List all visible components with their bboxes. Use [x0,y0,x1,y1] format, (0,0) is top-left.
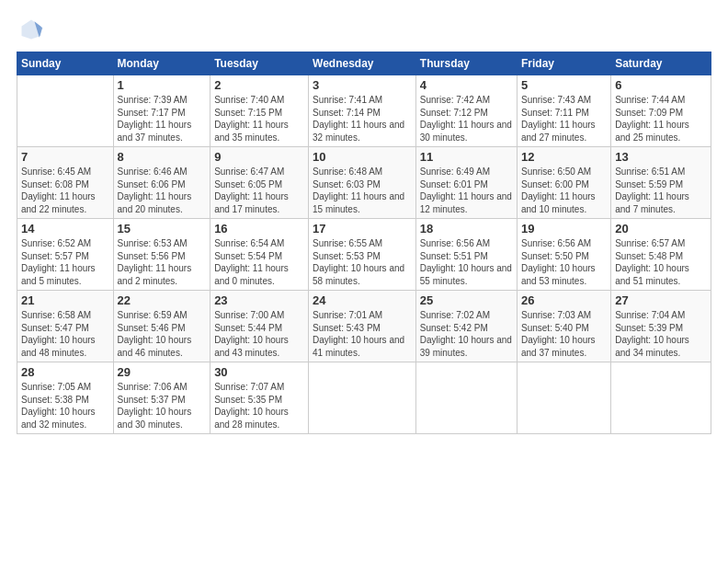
day-number: 18 [420,222,513,236]
header [17,17,711,46]
day-number: 26 [521,293,607,307]
calendar-cell: 26Sunrise: 7:03 AMSunset: 5:40 PMDayligh… [518,291,611,362]
calendar-cell: 27Sunrise: 7:04 AMSunset: 5:39 PMDayligh… [611,291,711,362]
calendar-cell: 15Sunrise: 6:53 AMSunset: 5:56 PMDayligh… [113,219,210,291]
calendar-cell: 24Sunrise: 7:01 AMSunset: 5:43 PMDayligh… [309,291,416,362]
day-number: 1 [118,78,207,92]
day-number: 24 [313,293,412,307]
calendar-week-row: 7Sunrise: 6:45 AMSunset: 6:08 PMDaylight… [17,147,711,219]
day-number: 20 [615,222,707,236]
calendar-cell: 7Sunrise: 6:45 AMSunset: 6:08 PMDaylight… [17,147,114,219]
day-info: Sunrise: 6:56 AMSunset: 5:50 PMDaylight:… [521,237,607,287]
day-number: 7 [21,150,109,164]
day-info: Sunrise: 7:02 AMSunset: 5:42 PMDaylight:… [420,309,513,359]
calendar-cell: 9Sunrise: 6:47 AMSunset: 6:05 PMDaylight… [210,147,309,219]
day-info: Sunrise: 7:06 AMSunset: 5:37 PMDaylight:… [118,381,207,431]
calendar-cell: 14Sunrise: 6:52 AMSunset: 5:57 PMDayligh… [17,219,114,291]
day-info: Sunrise: 6:48 AMSunset: 6:03 PMDaylight:… [313,166,412,215]
day-info: Sunrise: 7:05 AMSunset: 5:38 PMDaylight:… [21,381,109,431]
day-number: 25 [420,293,513,307]
calendar-table: SundayMondayTuesdayWednesdayThursdayFrid… [17,52,711,434]
day-number: 6 [615,78,707,92]
day-info: Sunrise: 7:03 AMSunset: 5:40 PMDaylight:… [521,309,607,359]
calendar-cell: 18Sunrise: 6:56 AMSunset: 5:51 PMDayligh… [415,219,517,291]
day-info: Sunrise: 6:54 AMSunset: 5:54 PMDaylight:… [214,237,304,287]
day-number: 11 [420,150,513,164]
day-info: Sunrise: 6:46 AMSunset: 6:06 PMDaylight:… [118,166,207,215]
day-number: 21 [21,293,109,307]
calendar-cell: 3Sunrise: 7:41 AMSunset: 7:14 PMDaylight… [309,75,416,147]
day-info: Sunrise: 7:01 AMSunset: 5:43 PMDaylight:… [313,309,412,359]
column-header-monday: Monday [113,52,210,75]
day-info: Sunrise: 6:59 AMSunset: 5:46 PMDaylight:… [118,309,207,359]
day-info: Sunrise: 7:43 AMSunset: 7:11 PMDaylight:… [521,94,607,144]
day-info: Sunrise: 7:44 AMSunset: 7:09 PMDaylight:… [615,94,707,144]
calendar-cell: 16Sunrise: 6:54 AMSunset: 5:54 PMDayligh… [210,219,309,291]
day-info: Sunrise: 7:00 AMSunset: 5:44 PMDaylight:… [214,309,304,359]
calendar-cell: 25Sunrise: 7:02 AMSunset: 5:42 PMDayligh… [415,291,517,362]
day-number: 14 [21,222,109,236]
column-header-friday: Friday [518,52,611,75]
calendar-cell: 8Sunrise: 6:46 AMSunset: 6:06 PMDaylight… [113,147,210,219]
calendar-cell: 4Sunrise: 7:42 AMSunset: 7:12 PMDaylight… [415,75,517,147]
day-number: 15 [118,222,207,236]
day-info: Sunrise: 6:45 AMSunset: 6:08 PMDaylight:… [21,166,109,215]
column-header-saturday: Saturday [611,52,711,75]
day-number: 28 [21,365,109,379]
day-info: Sunrise: 6:47 AMSunset: 6:05 PMDaylight:… [214,166,304,215]
day-info: Sunrise: 6:56 AMSunset: 5:51 PMDaylight:… [420,237,513,287]
day-number: 3 [313,78,412,92]
day-number: 5 [521,78,607,92]
day-info: Sunrise: 6:57 AMSunset: 5:48 PMDaylight:… [615,237,707,287]
day-number: 8 [118,150,207,164]
calendar-week-row: 28Sunrise: 7:05 AMSunset: 5:38 PMDayligh… [17,362,711,434]
calendar-cell: 23Sunrise: 7:00 AMSunset: 5:44 PMDayligh… [210,291,309,362]
calendar-cell: 11Sunrise: 6:49 AMSunset: 6:01 PMDayligh… [415,147,517,219]
day-info: Sunrise: 7:04 AMSunset: 5:39 PMDaylight:… [615,309,707,359]
day-number: 19 [521,222,607,236]
day-number: 4 [420,78,513,92]
calendar-cell: 30Sunrise: 7:07 AMSunset: 5:35 PMDayligh… [210,362,309,434]
calendar-cell: 28Sunrise: 7:05 AMSunset: 5:38 PMDayligh… [17,362,114,434]
day-info: Sunrise: 7:07 AMSunset: 5:35 PMDaylight:… [214,381,304,431]
day-number: 17 [313,222,412,236]
day-number: 22 [118,293,207,307]
day-number: 30 [214,365,304,379]
calendar-week-row: 21Sunrise: 6:58 AMSunset: 5:47 PMDayligh… [17,291,711,362]
day-info: Sunrise: 7:39 AMSunset: 7:17 PMDaylight:… [118,94,207,144]
calendar-cell: 13Sunrise: 6:51 AMSunset: 5:59 PMDayligh… [611,147,711,219]
day-info: Sunrise: 7:42 AMSunset: 7:12 PMDaylight:… [420,94,513,144]
calendar-header-row: SundayMondayTuesdayWednesdayThursdayFrid… [17,52,711,75]
day-number: 12 [521,150,607,164]
day-info: Sunrise: 6:51 AMSunset: 5:59 PMDaylight:… [615,166,707,215]
calendar-cell: 19Sunrise: 6:56 AMSunset: 5:50 PMDayligh… [518,219,611,291]
calendar-week-row: 14Sunrise: 6:52 AMSunset: 5:57 PMDayligh… [17,219,711,291]
calendar-cell: 10Sunrise: 6:48 AMSunset: 6:03 PMDayligh… [309,147,416,219]
calendar-cell: 5Sunrise: 7:43 AMSunset: 7:11 PMDaylight… [518,75,611,147]
day-info: Sunrise: 6:58 AMSunset: 5:47 PMDaylight:… [21,309,109,359]
calendar-cell: 29Sunrise: 7:06 AMSunset: 5:37 PMDayligh… [113,362,210,434]
calendar-cell [415,362,517,434]
day-info: Sunrise: 6:55 AMSunset: 5:53 PMDaylight:… [313,237,412,287]
day-number: 10 [313,150,412,164]
day-info: Sunrise: 6:53 AMSunset: 5:56 PMDaylight:… [118,237,207,287]
day-number: 27 [615,293,707,307]
column-header-tuesday: Tuesday [210,52,309,75]
column-header-wednesday: Wednesday [309,52,416,75]
day-number: 9 [214,150,304,164]
calendar-cell: 22Sunrise: 6:59 AMSunset: 5:46 PMDayligh… [113,291,210,362]
day-number: 13 [615,150,707,164]
calendar-cell [611,362,711,434]
calendar-cell [518,362,611,434]
column-header-sunday: Sunday [17,52,114,75]
calendar-week-row: 1Sunrise: 7:39 AMSunset: 7:17 PMDaylight… [17,75,711,147]
column-header-thursday: Thursday [415,52,517,75]
logo [17,17,44,46]
day-number: 2 [214,78,304,92]
day-info: Sunrise: 6:52 AMSunset: 5:57 PMDaylight:… [21,237,109,287]
calendar-cell: 1Sunrise: 7:39 AMSunset: 7:17 PMDaylight… [113,75,210,147]
day-info: Sunrise: 6:49 AMSunset: 6:01 PMDaylight:… [420,166,513,215]
day-number: 16 [214,222,304,236]
logo-icon [18,17,44,42]
calendar-cell: 17Sunrise: 6:55 AMSunset: 5:53 PMDayligh… [309,219,416,291]
